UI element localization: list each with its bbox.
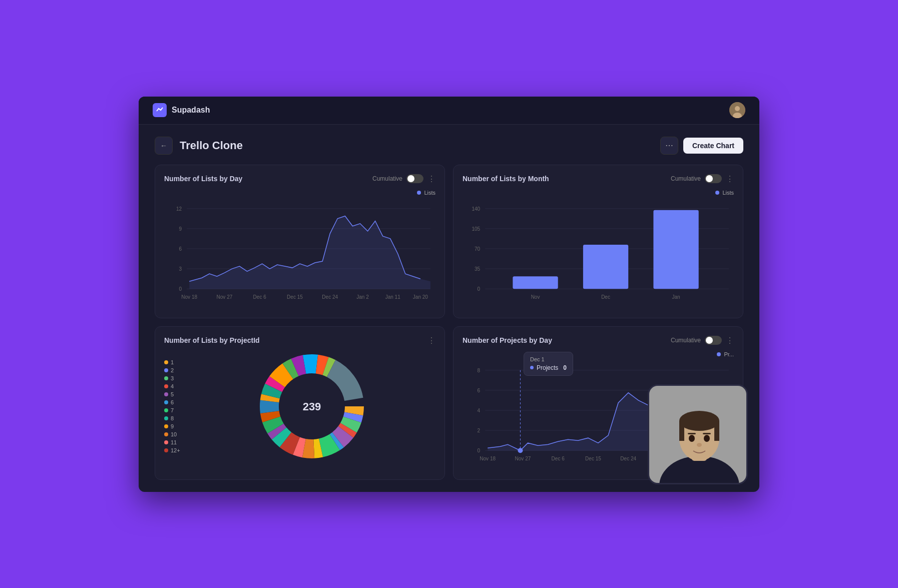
avatar[interactable] — [729, 102, 745, 118]
chart1-more-button[interactable]: ⋮ — [427, 174, 435, 184]
svg-text:9: 9 — [179, 226, 182, 231]
svg-point-97 — [697, 443, 702, 447]
legend-dot-5 — [164, 392, 168, 396]
chart3-legend: 1 2 3 4 — [164, 359, 180, 453]
legend-label-5: 5 — [171, 391, 174, 397]
chart-projects-by-day: Number of Projects by Day Cumulative ⋮ P… — [453, 326, 743, 480]
svg-text:Nov: Nov — [531, 294, 540, 300]
legend-dot-2 — [164, 368, 168, 372]
svg-text:Nov 18: Nov 18 — [480, 456, 496, 461]
legend-item-6: 6 — [164, 399, 180, 405]
legend-dot-8 — [164, 416, 168, 420]
svg-rect-31 — [513, 276, 558, 289]
svg-text:35: 35 — [475, 266, 481, 272]
legend-item-5: 5 — [164, 391, 180, 397]
tooltip-value: 0 — [563, 364, 567, 371]
chart1-svg: 12 9 6 3 0 Nov 18 Nov 27 Dec 6 Dec 15 — [164, 199, 435, 309]
charts-grid: Number of Lists by Day Cumulative ⋮ List… — [155, 165, 743, 480]
svg-text:239: 239 — [302, 400, 321, 413]
chart1-cumulative-label: Cumulative — [372, 175, 402, 182]
svg-text:Dec 6: Dec 6 — [552, 456, 565, 461]
back-button[interactable]: ← — [155, 137, 173, 155]
svg-point-94 — [704, 435, 710, 442]
svg-text:Nov 27: Nov 27 — [217, 294, 233, 300]
legend-dot-12 — [164, 448, 168, 452]
chart2-legend-label: Lists — [722, 190, 734, 196]
chart4-more-button[interactable]: ⋮ — [726, 336, 734, 345]
chart1-title: Number of Lists by Day — [164, 175, 242, 183]
chart2-area: 140 105 70 35 0 Nov Dec Jan — [463, 199, 734, 309]
legend-label-7: 7 — [171, 407, 174, 413]
chart2-more-button[interactable]: ⋮ — [726, 174, 734, 184]
donut-svg: 239 — [257, 351, 367, 461]
legend-dot-1 — [164, 360, 168, 364]
chart4-cumulative-label: Cumulative — [671, 337, 701, 344]
chart2-legend-dot — [715, 191, 719, 195]
svg-point-90 — [679, 411, 719, 431]
svg-text:Dec 24: Dec 24 — [322, 294, 338, 300]
svg-text:8: 8 — [478, 367, 481, 373]
tooltip-label: Projects — [537, 364, 558, 371]
svg-point-77 — [518, 448, 523, 453]
legend-item-2: 2 — [164, 367, 180, 373]
chart2-title: Number of Lists by Month — [463, 175, 549, 183]
svg-text:6: 6 — [478, 387, 481, 393]
create-chart-button[interactable]: Create Chart — [683, 138, 743, 154]
chart4-toggle[interactable] — [705, 336, 722, 345]
svg-text:140: 140 — [472, 206, 480, 211]
chart2-toggle[interactable] — [705, 174, 722, 183]
chart4-tooltip: Dec 1 Projects 0 — [524, 352, 573, 376]
svg-text:4: 4 — [478, 407, 481, 413]
svg-text:Dec 24: Dec 24 — [620, 456, 636, 461]
legend-label-1: 1 — [171, 359, 174, 365]
legend-label-10: 10 — [171, 431, 177, 437]
legend-dot-9 — [164, 424, 168, 428]
legend-item-7: 7 — [164, 407, 180, 413]
app-name: Supadash — [172, 106, 210, 115]
svg-rect-96 — [703, 433, 711, 434]
chart-lists-by-month: Number of Lists by Month Cumulative ⋮ Li… — [453, 165, 743, 318]
tooltip-date: Dec 1 — [530, 356, 567, 362]
legend-item-8: 8 — [164, 415, 180, 421]
legend-item-1: 1 — [164, 359, 180, 365]
donut-chart-container: 239 — [188, 351, 435, 461]
app-window: Supadash ← Trello Clone ⋯ Create Chart — [139, 97, 759, 492]
legend-item-11: 11 — [164, 439, 180, 445]
page-header-left: ← Trello Clone — [155, 137, 243, 155]
chart2-legend: Lists — [463, 190, 734, 196]
chart3-donut-area: 1 2 3 4 — [164, 351, 435, 461]
svg-text:Dec 6: Dec 6 — [253, 294, 267, 300]
logo-area: Supadash — [153, 103, 210, 117]
legend-label-4: 4 — [171, 383, 174, 389]
webcam-overlay — [648, 384, 748, 484]
chart1-toggle[interactable] — [406, 174, 423, 183]
chart4-legend-dot — [717, 352, 721, 356]
chart-lists-by-day: Number of Lists by Day Cumulative ⋮ List… — [155, 165, 445, 318]
content-area: ← Trello Clone ⋯ Create Chart Number of … — [139, 125, 759, 492]
svg-rect-32 — [583, 244, 628, 288]
svg-rect-95 — [688, 433, 696, 434]
svg-text:Jan 2: Jan 2 — [356, 294, 369, 300]
svg-rect-92 — [714, 421, 719, 441]
header-actions: ⋯ Create Chart — [660, 137, 743, 155]
tooltip-row: Projects 0 — [530, 364, 567, 371]
svg-text:Nov 18: Nov 18 — [181, 294, 197, 300]
svg-text:6: 6 — [179, 246, 182, 251]
legend-label-8: 8 — [171, 415, 174, 421]
legend-label-9: 9 — [171, 423, 174, 429]
chart3-more-button[interactable]: ⋮ — [427, 336, 435, 345]
svg-text:0: 0 — [478, 286, 481, 292]
chart4-legend-label: Pr... — [724, 351, 734, 357]
chart3-title: Number of Lists by ProjectId — [164, 336, 260, 344]
chart2-cumulative-label: Cumulative — [671, 175, 701, 182]
svg-point-1 — [735, 106, 740, 111]
legend-label-2: 2 — [171, 367, 174, 373]
chart3-header: Number of Lists by ProjectId ⋮ — [164, 336, 435, 345]
chart4-controls: Cumulative ⋮ — [671, 336, 734, 345]
svg-text:0: 0 — [478, 448, 481, 453]
more-options-button[interactable]: ⋯ — [660, 137, 678, 155]
chart4-title: Number of Projects by Day — [463, 336, 552, 344]
svg-text:Nov 27: Nov 27 — [515, 456, 531, 461]
legend-label-3: 3 — [171, 375, 174, 381]
page-header: ← Trello Clone ⋯ Create Chart — [155, 137, 743, 155]
